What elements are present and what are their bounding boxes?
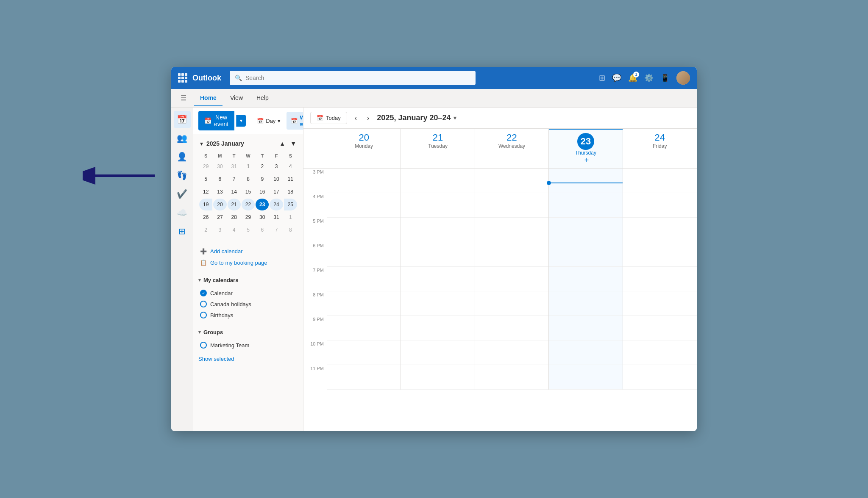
mini-cal-day[interactable]: 4	[228, 224, 241, 236]
mini-cal-day[interactable]: 27	[213, 211, 226, 223]
time-slot[interactable]	[401, 193, 474, 218]
cal-prev-button[interactable]: ‹	[352, 113, 359, 124]
mini-cal-day[interactable]: 18	[284, 186, 297, 198]
mini-cal-prev-button[interactable]: ▲	[278, 139, 287, 148]
phone-icon[interactable]: 📱	[660, 73, 670, 83]
sidebar-item-apps[interactable]: ⊞	[174, 223, 191, 240]
mini-cal-day[interactable]: 2	[256, 160, 269, 172]
new-event-dropdown-button[interactable]: ▾	[236, 115, 246, 127]
time-slot[interactable]	[327, 242, 401, 267]
cal-next-button[interactable]: ›	[364, 113, 372, 124]
sidebar-item-tasks[interactable]: ✔️	[174, 185, 191, 202]
time-slot[interactable]	[549, 218, 622, 242]
time-slot[interactable]	[549, 242, 622, 267]
mini-cal-day[interactable]: 5	[199, 173, 212, 185]
time-slot[interactable]	[623, 365, 697, 390]
add-calendar-link[interactable]: ➕ Add calendar	[198, 246, 298, 257]
mini-cal-day[interactable]: 3	[270, 160, 283, 172]
day-col-tuesday[interactable]	[401, 169, 475, 390]
mini-cal-day[interactable]: 29	[242, 211, 255, 223]
time-slot[interactable]	[327, 193, 401, 218]
time-slot[interactable]	[549, 193, 622, 218]
calendar-checkbox-birthdays[interactable]	[200, 312, 207, 318]
time-slot[interactable]	[401, 316, 474, 340]
time-slot[interactable]	[549, 291, 622, 316]
time-slot[interactable]	[623, 193, 697, 218]
feedback-icon[interactable]: 💬	[612, 73, 621, 83]
time-slot[interactable]	[327, 340, 401, 365]
time-slot[interactable]	[327, 365, 401, 390]
mini-cal-day-today[interactable]: 23	[256, 199, 269, 210]
mini-cal-day[interactable]: 9	[256, 173, 269, 185]
calendar-checkbox-calendar[interactable]	[200, 290, 207, 296]
search-input[interactable]	[245, 75, 470, 81]
time-slot[interactable]	[549, 169, 622, 193]
time-slot[interactable]	[623, 218, 697, 242]
mini-cal-day[interactable]: 17	[270, 186, 283, 198]
mini-cal-day[interactable]: 24	[270, 199, 283, 210]
mini-cal-day[interactable]: 7	[228, 173, 241, 185]
time-slot[interactable]	[549, 316, 622, 340]
mini-cal-day[interactable]: 7	[270, 224, 283, 236]
mini-cal-day[interactable]: 1	[242, 160, 255, 172]
tab-home[interactable]: Home	[194, 90, 223, 106]
time-slot[interactable]	[327, 169, 401, 193]
groups-header[interactable]: ▾ Groups	[198, 327, 298, 337]
time-slot[interactable]	[401, 365, 474, 390]
time-slot[interactable]	[475, 193, 548, 218]
my-calendars-header[interactable]: ▾ My calendars	[198, 275, 298, 285]
date-range-dropdown[interactable]: ▾	[453, 115, 456, 121]
toolbar-day-button[interactable]: 📅 Day ▾	[253, 115, 285, 127]
mini-cal-day[interactable]: 8	[242, 173, 255, 185]
mini-cal-day[interactable]: 4	[284, 160, 297, 172]
time-slot[interactable]	[623, 291, 697, 316]
search-bar[interactable]: 🔍	[230, 71, 476, 85]
calendar-item-marketing-team[interactable]: Marketing Team	[198, 340, 298, 351]
tab-help[interactable]: Help	[250, 90, 275, 106]
time-slot[interactable]	[475, 169, 548, 193]
hamburger-button[interactable]: ☰	[178, 91, 189, 105]
mini-cal-day[interactable]: 11	[284, 173, 297, 185]
app-grid-icon[interactable]	[178, 73, 187, 83]
mini-cal-day[interactable]: 5	[242, 224, 255, 236]
mini-cal-day[interactable]: 13	[213, 186, 226, 198]
mini-cal-day[interactable]: 16	[256, 186, 269, 198]
time-slot[interactable]	[475, 242, 548, 267]
mini-cal-day[interactable]: 20	[213, 199, 226, 210]
sidebar-item-calendar[interactable]: 📅	[174, 111, 191, 128]
time-slot[interactable]	[475, 291, 548, 316]
time-slot[interactable]	[549, 365, 622, 390]
mini-cal-day[interactable]: 2	[199, 224, 212, 236]
time-slot[interactable]	[549, 340, 622, 365]
day-col-wednesday[interactable]	[475, 169, 549, 390]
time-slot[interactable]	[401, 340, 474, 365]
mini-cal-day[interactable]: 29	[199, 160, 212, 172]
time-slot[interactable]	[549, 267, 622, 291]
time-slot[interactable]	[401, 291, 474, 316]
today-button[interactable]: 📅 Today	[310, 112, 347, 124]
mini-cal-day[interactable]: 8	[284, 224, 297, 236]
new-event-button[interactable]: 📅 New event	[198, 111, 234, 130]
mini-cal-day[interactable]: 21	[228, 199, 241, 210]
calendar-checkbox-canada[interactable]	[200, 301, 207, 307]
mini-cal-day[interactable]: 6	[213, 173, 226, 185]
mini-cal-day[interactable]: 15	[242, 186, 255, 198]
mini-cal-day[interactable]: 30	[213, 160, 226, 172]
time-slot[interactable]	[475, 218, 548, 242]
sidebar-item-groups[interactable]: 👣	[174, 167, 191, 184]
mini-cal-day[interactable]: 30	[256, 211, 269, 223]
mini-cal-day[interactable]: 1	[284, 211, 297, 223]
mini-cal-day[interactable]: 6	[256, 224, 269, 236]
time-slot[interactable]	[401, 242, 474, 267]
mini-cal-day[interactable]: 12	[199, 186, 212, 198]
calendar-item-birthdays[interactable]: Birthdays	[198, 310, 298, 321]
mini-cal-day[interactable]: 28	[228, 211, 241, 223]
mini-cal-day[interactable]: 25	[284, 199, 297, 210]
day-col-monday[interactable]	[327, 169, 401, 390]
mini-cal-day[interactable]: 10	[270, 173, 283, 185]
calendar-checkbox-marketing[interactable]	[200, 342, 207, 349]
day-col-friday[interactable]	[623, 169, 697, 390]
time-slot[interactable]	[327, 316, 401, 340]
calendar-item-canada-holidays[interactable]: Canada holidays	[198, 299, 298, 310]
mini-cal-day[interactable]: 31	[228, 160, 241, 172]
